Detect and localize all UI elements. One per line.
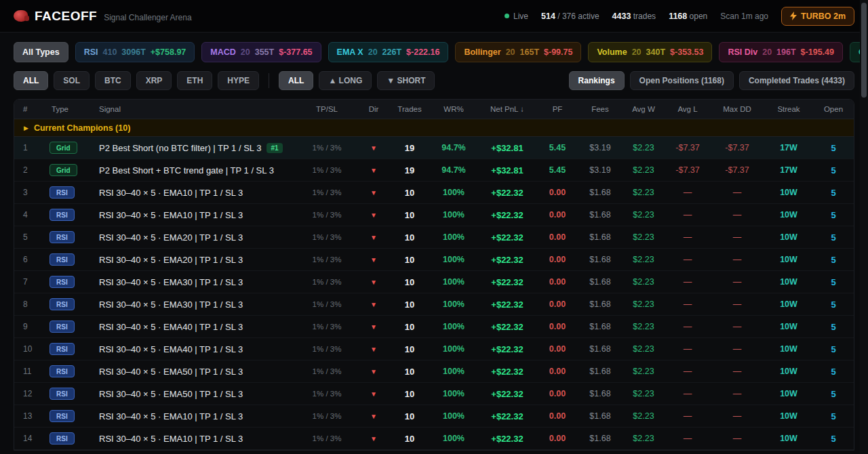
table-row[interactable]: 13RSIRSI 30–40 × 5 · EMA10 | TP 1 / SL 3… <box>14 405 854 428</box>
column-header-trades[interactable]: Trades <box>390 105 429 113</box>
trades-cell: 10 <box>390 232 429 243</box>
view-tab-open-positions-1168[interactable]: Open Positions (1168) <box>630 71 734 90</box>
view-tab-completed-trades-4433[interactable]: Completed Trades (4433) <box>739 71 854 90</box>
type-chip-macd[interactable]: MACD20355T$-377.65 <box>201 42 321 62</box>
column-header-fees[interactable]: Fees <box>578 105 622 113</box>
avg-loss-cell: — <box>665 232 710 242</box>
rank-cell: 1 <box>14 143 40 152</box>
signal-text: RSI 30–40 × 5 · EMA10 | TP 1 / SL 3 <box>99 188 243 198</box>
profit-factor-cell: 0.00 <box>536 344 578 354</box>
column-header-avg-l[interactable]: Avg L <box>665 105 710 113</box>
winrate-cell: 100% <box>429 210 478 220</box>
avg-win-cell: $2.23 <box>622 411 665 421</box>
max-drawdown-cell: — <box>710 188 764 197</box>
table-row[interactable]: 8RSIRSI 30–40 × 5 · EMA30 | TP 1 / SL 31… <box>14 293 854 316</box>
profit-factor-cell: 0.00 <box>536 322 578 331</box>
signal-cell: RSI 30–40 × 5 · EMA20 | TP 1 / SL 3 <box>87 232 296 243</box>
max-drawdown-cell: -$7.37 <box>710 143 764 152</box>
fees-cell: $1.68 <box>578 389 622 398</box>
signal-text: RSI 30–40 × 5 · EMA20 | TP 1 / SL 3 <box>99 232 243 243</box>
direction-down-icon: ▼ <box>357 323 390 331</box>
column-header-type[interactable]: Type <box>40 105 87 113</box>
type-cell: RSI <box>40 209 87 221</box>
chip-name: Bollinger <box>464 47 500 57</box>
view-tab-label: Open Positions (1168) <box>639 76 724 85</box>
app-title: FACEOFF <box>35 9 97 24</box>
type-badge: RSI <box>50 231 75 243</box>
type-chip-bollinger[interactable]: Bollinger20165T$-99.75 <box>455 42 581 62</box>
scrollbar-thumb[interactable] <box>861 3 867 98</box>
section-label: Current Champions (10) <box>34 123 130 133</box>
chip-trade-count: 196T <box>776 47 796 57</box>
direction-down-icon: ▼ <box>357 368 390 375</box>
type-chip-rsi-div[interactable]: RSI Div20196T$-195.49 <box>719 42 843 62</box>
table-row[interactable]: 1GridP2 Best Short (no BTC filter) | TP … <box>14 137 854 159</box>
avg-loss-cell: — <box>665 367 710 376</box>
live-label: Live <box>513 12 528 21</box>
direction-filter-long[interactable]: ▲ LONG <box>319 71 372 90</box>
type-badge: RSI <box>50 388 75 400</box>
page-scrollbar[interactable] <box>860 0 868 454</box>
column-header-[interactable]: # <box>14 105 40 113</box>
table-row[interactable]: 7RSIRSI 30–40 × 5 · EMA30 | TP 1 / SL 31… <box>14 271 854 293</box>
open-count-cell: 5 <box>813 255 854 265</box>
asset-filter-all[interactable]: ALL <box>14 71 48 90</box>
view-tab-rankings[interactable]: Rankings <box>569 71 625 90</box>
asset-filter-btc[interactable]: BTC <box>95 71 131 90</box>
avg-loss-cell: — <box>665 411 710 421</box>
type-cell: RSI <box>40 365 87 377</box>
type-chip-volume[interactable]: Volume20340T$-353.53 <box>588 42 712 62</box>
column-header-signal[interactable]: Signal <box>87 105 296 113</box>
type-badge: RSI <box>50 410 75 422</box>
asset-filter-sol[interactable]: SOL <box>54 71 90 90</box>
table-row[interactable]: 9RSIRSI 30–40 × 5 · EMA40 | TP 1 / SL 31… <box>14 316 854 338</box>
table-row[interactable]: 3RSIRSI 30–40 × 5 · EMA10 | TP 1 / SL 31… <box>14 182 854 204</box>
table-row[interactable]: 4RSIRSI 30–40 × 5 · EMA10 | TP 1 / SL 31… <box>14 204 854 226</box>
direction-filter-all[interactable]: ALL <box>279 71 313 90</box>
signal-text: RSI 30–40 × 5 · EMA10 | TP 1 / SL 3 <box>99 434 243 444</box>
table-row[interactable]: 14RSIRSI 30–40 × 5 · EMA10 | TP 1 / SL 3… <box>14 428 854 450</box>
asset-filter-label: HYPE <box>227 76 250 85</box>
column-header-dir[interactable]: Dir <box>357 105 390 113</box>
asset-filter-hype[interactable]: HYPE <box>218 71 259 90</box>
net-pnl-cell: +$22.32 <box>478 232 536 243</box>
type-chip-rsi[interactable]: RSI4103096T+$758.97 <box>75 42 195 62</box>
asset-filter-xrp[interactable]: XRP <box>136 71 172 90</box>
signal-text: P2 Best Short + BTC trend gate | TP 1 / … <box>99 165 274 176</box>
table-row[interactable]: 12RSIRSI 30–40 × 5 · EMA50 | TP 1 / SL 3… <box>14 383 854 405</box>
column-header-open[interactable]: Open <box>813 105 854 113</box>
table-row[interactable]: 5RSIRSI 30–40 × 5 · EMA20 | TP 1 / SL 31… <box>14 226 854 249</box>
profit-factor-cell: 0.00 <box>536 210 578 220</box>
open-count-cell: 5 <box>813 277 854 287</box>
table-row[interactable]: 10RSIRSI 30–40 × 5 · EMA40 | TP 1 / SL 3… <box>14 338 854 360</box>
avg-loss-cell: — <box>665 255 710 264</box>
type-chip-all-types[interactable]: All Types <box>14 42 68 62</box>
chip-label: All Types <box>22 47 60 57</box>
trades-cell: 19 <box>390 143 429 153</box>
column-header-net-pnl[interactable]: Net PnL ↓ <box>478 105 536 113</box>
column-header-streak[interactable]: Streak <box>764 105 813 113</box>
section-current-champions[interactable]: ▶ Current Champions (10) <box>14 119 854 137</box>
table-row[interactable]: 11RSIRSI 30–40 × 5 · EMA50 | TP 1 / SL 3… <box>14 360 854 383</box>
open-count-cell: 5 <box>813 411 854 421</box>
column-header-avg-w[interactable]: Avg W <box>622 105 665 113</box>
type-chip-ema-x[interactable]: EMA X20226T$-222.16 <box>328 42 449 62</box>
column-header-tp-sl[interactable]: TP/SL <box>296 105 357 113</box>
champion-rank-badge: #1 <box>267 143 282 153</box>
asset-filter-label: SOL <box>63 76 80 85</box>
avg-loss-cell: — <box>665 389 710 398</box>
net-pnl-cell: +$22.32 <box>478 411 536 421</box>
rank-cell: 6 <box>14 255 40 264</box>
streak-cell: 10W <box>764 255 813 264</box>
signal-cell: RSI 30–40 × 5 · EMA50 | TP 1 / SL 3 <box>87 367 296 377</box>
column-header-pf[interactable]: PF <box>536 105 578 113</box>
direction-filter-short[interactable]: ▼ SHORT <box>377 71 435 90</box>
table-row[interactable]: 2GridP2 Best Short + BTC trend gate | TP… <box>14 159 854 182</box>
column-header-wr[interactable]: WR% <box>429 105 478 113</box>
chip-count: 20 <box>368 47 378 57</box>
turbo-button[interactable]: TURBO 2m <box>781 7 854 26</box>
asset-filter-eth[interactable]: ETH <box>177 71 212 90</box>
column-header-max-dd[interactable]: Max DD <box>710 105 764 113</box>
profit-factor-cell: 0.00 <box>536 255 578 264</box>
table-row[interactable]: 6RSIRSI 30–40 × 5 · EMA20 | TP 1 / SL 31… <box>14 249 854 271</box>
